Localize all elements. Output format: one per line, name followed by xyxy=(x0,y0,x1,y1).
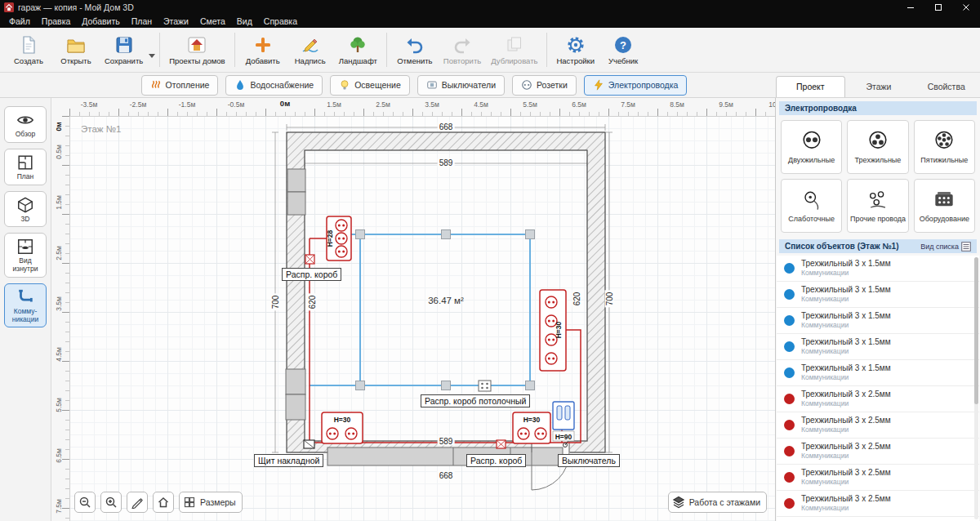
junction-nodes[interactable] xyxy=(356,230,535,390)
list-item[interactable]: Трехжильный 3 х 2.5мм Коммуникации xyxy=(777,412,979,439)
menu-item[interactable]: Смета xyxy=(194,16,231,26)
tab-wiring[interactable]: Электропроводка xyxy=(584,75,688,96)
callout-ceiling-box[interactable]: Распр. короб потолочный xyxy=(421,394,530,407)
menu-item[interactable]: План xyxy=(126,16,158,26)
tab-outlets[interactable]: Розетки xyxy=(512,75,577,96)
close-button[interactable] xyxy=(952,0,980,15)
minimize-button[interactable] xyxy=(897,0,924,15)
sidebar-item-overview[interactable]: Обзор xyxy=(4,106,47,143)
menu-item[interactable]: Вид xyxy=(231,16,258,26)
list-item[interactable]: Трехжильный 3 х 1.5мм Коммуникации xyxy=(777,360,979,386)
menu-item[interactable]: Этажи xyxy=(158,16,194,26)
menu-item[interactable]: Добавить xyxy=(76,16,125,26)
outlet-height-label: Н=30 xyxy=(555,321,563,338)
list-view-button[interactable]: Вид списка xyxy=(920,242,971,252)
drawing-canvas[interactable]: -3.5м-2.5м-1.5м-0.5м0м1.5м2.5м3.5м4.5м5.… xyxy=(51,98,775,521)
sidebar-item-communications[interactable]: Комму-никации xyxy=(4,283,47,328)
outlet-group-bottom-left[interactable]: Н=30 xyxy=(322,412,363,443)
wire-type-low-current[interactable]: Слаботочные xyxy=(781,179,842,233)
menu-item[interactable]: Справка xyxy=(258,16,303,26)
sidebar-item-3d[interactable]: 3D xyxy=(4,191,47,228)
tab-heating[interactable]: Отопление xyxy=(141,75,219,96)
switch-height-label: Н=90 xyxy=(555,433,572,441)
redo-icon xyxy=(452,34,473,56)
tab-properties[interactable]: Свойства xyxy=(912,77,980,97)
outlet-group-right[interactable]: Н=30 xyxy=(540,290,566,371)
dimensions-button[interactable]: Размеры xyxy=(179,492,243,513)
tab-floors[interactable]: Этажи xyxy=(845,77,913,97)
callout-junction-box[interactable]: Распр. короб xyxy=(282,268,341,281)
scrollbar-thumb[interactable] xyxy=(974,257,978,404)
zoom-out-button[interactable] xyxy=(74,492,96,513)
toolbar-separator xyxy=(386,33,387,67)
list-item[interactable]: Трехжильный 3 х 1.5мм Коммуникации xyxy=(777,334,979,360)
list-item[interactable]: Трехжильный 3 х 2.5мм Коммуникации xyxy=(777,386,979,412)
floor-plan[interactable]: Н=28 Н=30 Н=30 Н=30 xyxy=(69,116,775,521)
panel-shield-symbol[interactable] xyxy=(304,440,314,448)
sidebar-item-interior-view[interactable]: Вид изнутри xyxy=(4,233,47,278)
outlet-group-bottom-right[interactable]: Н=30 xyxy=(513,412,550,443)
junction-box-symbol[interactable] xyxy=(305,255,314,264)
save-dropdown-arrow[interactable] xyxy=(149,54,155,58)
home-button[interactable] xyxy=(153,492,174,513)
work-with-floors-button[interactable]: Работа с этажами xyxy=(668,492,767,513)
zoom-in-button[interactable] xyxy=(100,492,122,513)
objects-list[interactable]: Трехжильный 3 х 1.5мм Коммуникации Трехж… xyxy=(777,256,979,521)
house-projects-button[interactable]: Проекты домов xyxy=(164,33,229,67)
save-button[interactable]: Сохранить xyxy=(100,33,148,67)
undo-button[interactable]: Отменить xyxy=(391,33,439,67)
tab-lighting[interactable]: Освещение xyxy=(330,75,410,96)
ruler-label: 0.5м xyxy=(55,141,63,163)
menu-item[interactable]: Файл xyxy=(3,16,36,26)
redo-button[interactable]: Повторить xyxy=(439,33,486,67)
app-window: гараж — копия - Мой Дом 3D ФайлПравкаДоб… xyxy=(0,0,980,521)
callout-junction-box-2[interactable]: Распр. короб xyxy=(466,454,526,467)
list-item[interactable]: Трехжильный 3 х 2.5мм Коммуникации xyxy=(777,517,979,521)
object-title: Трехжильный 3 х 2.5мм xyxy=(801,416,891,425)
ruler-label: 10м xyxy=(768,100,775,109)
object-subtitle: Коммуникации xyxy=(801,321,891,329)
ruler-label: 1.5м xyxy=(327,100,341,109)
duplicate-button[interactable]: Дублировать xyxy=(486,33,542,67)
plot-area[interactable]: Н=28 Н=30 Н=30 Н=30 xyxy=(69,116,775,521)
settings-button[interactable]: Настройки xyxy=(551,33,599,67)
menu-item[interactable]: Правка xyxy=(36,16,76,26)
maximize-button[interactable] xyxy=(924,0,952,15)
wall-switch[interactable]: Н=90 xyxy=(553,402,574,441)
wire-type-two-core[interactable]: Двухжильные xyxy=(781,120,842,174)
new-button[interactable]: Создать xyxy=(5,33,52,67)
list-item[interactable]: Трехжильный 3 х 1.5мм Коммуникации xyxy=(777,282,979,308)
wire-type-three-core[interactable]: Трехжильные xyxy=(847,120,908,174)
measure-button[interactable] xyxy=(127,492,148,513)
ruler-label: 4.5м xyxy=(474,100,488,109)
wire-type-five-core[interactable]: Пятижильные xyxy=(914,120,975,174)
wire-type-equipment[interactable]: Оборудование xyxy=(914,179,975,233)
list-item[interactable]: Трехжильный 3 х 2.5мм Коммуникации xyxy=(777,465,979,491)
tab-water[interactable]: Водоснабжение xyxy=(225,75,323,96)
furniture-workbench[interactable] xyxy=(327,448,563,465)
ceiling-junction-box[interactable] xyxy=(479,381,491,391)
add-button[interactable]: Добавить xyxy=(239,33,287,67)
list-item[interactable]: Трехжильный 3 х 2.5мм Коммуникации xyxy=(777,439,979,465)
list-item[interactable]: Трехжильный 3 х 1.5мм Коммуникации xyxy=(777,308,979,334)
wire-type-other[interactable]: Прочие провода xyxy=(847,179,908,233)
ruler-label: 3.5м xyxy=(55,293,63,314)
furniture-cabinet-left-bottom[interactable] xyxy=(286,369,305,420)
list-item[interactable]: Трехжильный 3 х 1.5мм Коммуникации xyxy=(777,256,979,282)
tutorial-button[interactable]: ? Учебник xyxy=(599,33,647,67)
caption-button[interactable]: Надпись xyxy=(287,33,334,67)
callout-shield[interactable]: Щит накладной xyxy=(254,454,323,467)
cube-icon xyxy=(16,196,35,214)
landscape-button[interactable]: Ландшафт xyxy=(334,33,382,67)
tab-switches[interactable]: Выключатели xyxy=(417,75,505,96)
tab-project[interactable]: Проект xyxy=(776,76,845,97)
junction-box-symbol-2[interactable] xyxy=(497,440,506,448)
list-item[interactable]: Трехжильный 3 х 2.5мм Коммуникации xyxy=(777,491,979,517)
list-scrollbar[interactable] xyxy=(974,257,978,519)
subheader: Отопление Водоснабжение Освещение Выключ… xyxy=(0,73,980,98)
open-button[interactable]: Открыть xyxy=(52,33,100,67)
callout-switch[interactable]: Выключатель xyxy=(558,454,620,467)
outlet-group-left[interactable]: Н=28 xyxy=(326,216,351,260)
furniture-cabinet-left-top[interactable] xyxy=(287,169,305,215)
sidebar-item-plan[interactable]: План xyxy=(4,149,47,185)
